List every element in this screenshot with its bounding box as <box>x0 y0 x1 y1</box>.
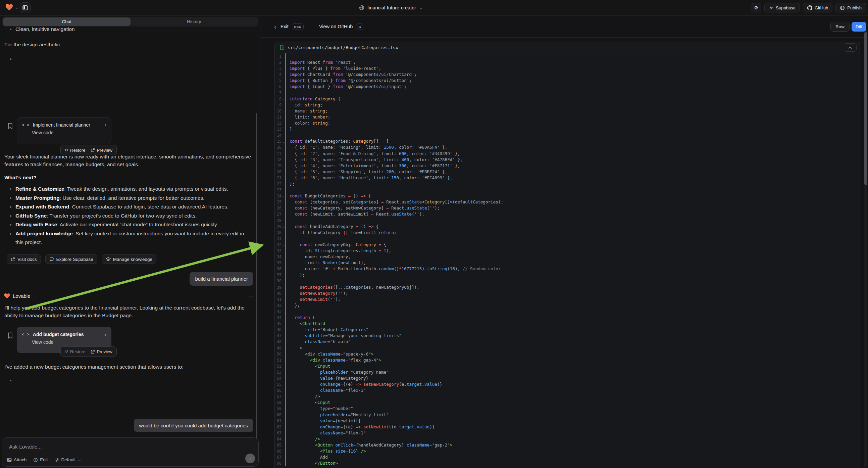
visit-docs-button[interactable]: Visit docs <box>7 255 41 264</box>
fold-chevron-icon[interactable] <box>281 393 285 400</box>
fold-chevron-icon[interactable] <box>281 144 285 150</box>
preview-button[interactable]: Preview <box>91 148 113 153</box>
fold-chevron-icon[interactable] <box>281 199 285 205</box>
fold-chevron-icon[interactable] <box>281 339 285 345</box>
composer-placeholder[interactable]: Ask Lovable... <box>9 444 41 450</box>
bookmark-icon[interactable] <box>7 122 13 129</box>
fold-chevron-icon[interactable] <box>281 138 285 144</box>
code-scrollbar-track[interactable] <box>864 31 867 467</box>
bookmark-icon[interactable] <box>7 332 13 339</box>
project-switcher[interactable]: financial-future-creator ⌄ <box>359 0 423 16</box>
view-code-link[interactable]: View code <box>17 127 111 135</box>
fold-chevron-icon[interactable] <box>281 90 285 96</box>
fold-chevron-icon[interactable] <box>281 387 285 393</box>
code-editor[interactable]: 1 2 import React from 'react'; 3 import … <box>275 53 860 468</box>
fold-chevron-icon[interactable] <box>281 254 285 260</box>
fold-chevron-icon[interactable] <box>281 163 285 169</box>
attach-button[interactable]: Attach <box>7 457 27 462</box>
fold-chevron-icon[interactable] <box>281 151 285 157</box>
fold-chevron-icon[interactable] <box>281 53 285 59</box>
fold-chevron-icon[interactable] <box>281 375 285 381</box>
manage-knowledge-button[interactable]: Manage knowledge <box>102 255 156 264</box>
lovable-logo[interactable]: ⌄ <box>5 4 19 11</box>
explore-supabase-button[interactable]: Explore Supabase <box>45 255 97 264</box>
fold-chevron-icon[interactable] <box>281 351 285 357</box>
prompt-composer[interactable]: Ask Lovable... Attach Edit <box>2 437 259 467</box>
fold-chevron-icon[interactable] <box>281 284 285 290</box>
fold-chevron-icon[interactable] <box>281 169 285 175</box>
mode-selector[interactable]: Default ⌄ <box>55 457 82 462</box>
fold-chevron-icon[interactable] <box>281 78 285 84</box>
fold-chevron-icon[interactable] <box>281 302 285 309</box>
fold-chevron-icon[interactable] <box>281 96 285 102</box>
send-button[interactable]: ↑ <box>245 454 255 463</box>
fold-chevron-icon[interactable] <box>281 260 285 266</box>
fold-chevron-icon[interactable] <box>281 418 285 424</box>
fold-chevron-icon[interactable] <box>281 321 285 327</box>
code-scrollbar-thumb[interactable] <box>864 32 867 185</box>
fold-chevron-icon[interactable] <box>281 187 285 193</box>
fold-chevron-icon[interactable] <box>281 205 285 211</box>
fold-chevron-icon[interactable] <box>281 71 285 78</box>
fold-chevron-icon[interactable] <box>281 406 285 412</box>
fold-chevron-icon[interactable] <box>281 278 285 284</box>
restore-button[interactable]: ↺ Restore <box>65 349 86 354</box>
fold-chevron-icon[interactable] <box>281 460 285 466</box>
github-button[interactable]: GitHub <box>803 3 832 12</box>
fold-chevron-icon[interactable] <box>281 248 285 254</box>
view-code-link[interactable]: View code <box>17 337 111 345</box>
fold-chevron-icon[interactable] <box>281 442 285 448</box>
version-card-implement-financial-planner[interactable]: < > Implement financial planner › View c… <box>17 117 112 144</box>
restore-button[interactable]: ↺ Restore <box>65 148 86 153</box>
fold-chevron-icon[interactable] <box>281 230 285 236</box>
message-menu-icon[interactable]: ··· <box>248 293 254 299</box>
exit-button[interactable]: Exit <box>280 24 288 29</box>
fold-chevron-icon[interactable] <box>281 424 285 430</box>
fold-chevron-icon[interactable] <box>281 296 285 302</box>
fold-chevron-icon[interactable] <box>281 224 285 230</box>
diff-toggle-button[interactable]: Diff <box>851 22 866 32</box>
fold-chevron-icon[interactable] <box>281 266 285 272</box>
chevron-down-icon[interactable]: ⌄ <box>15 5 19 9</box>
settings-button[interactable]: ⚙ <box>751 3 761 12</box>
toggle-sidebar-button[interactable] <box>20 2 31 13</box>
fold-chevron-icon[interactable] <box>281 357 285 363</box>
fold-chevron-icon[interactable] <box>281 333 285 339</box>
fold-chevron-icon[interactable] <box>281 290 285 296</box>
fold-chevron-icon[interactable] <box>281 114 285 120</box>
fold-chevron-icon[interactable] <box>281 400 285 406</box>
fold-chevron-icon[interactable] <box>281 363 285 369</box>
fold-chevron-icon[interactable] <box>281 412 285 418</box>
fold-chevron-icon[interactable] <box>281 381 285 387</box>
collapse-file-button[interactable] <box>844 43 857 52</box>
fold-chevron-icon[interactable] <box>281 345 285 351</box>
fold-chevron-icon[interactable] <box>281 84 285 90</box>
fold-chevron-icon[interactable] <box>281 242 285 248</box>
fold-chevron-icon[interactable] <box>281 327 285 333</box>
fold-chevron-icon[interactable] <box>281 126 285 132</box>
fold-chevron-icon[interactable] <box>281 448 285 454</box>
edit-mode-button[interactable]: Edit <box>33 457 48 462</box>
fold-chevron-icon[interactable] <box>281 369 285 375</box>
fold-chevron-icon[interactable] <box>281 175 285 181</box>
fold-chevron-icon[interactable] <box>281 454 285 460</box>
chat-scrollbar[interactable] <box>256 113 257 452</box>
fold-chevron-icon[interactable] <box>281 59 285 65</box>
fold-chevron-icon[interactable] <box>281 217 285 224</box>
fold-chevron-icon[interactable] <box>281 430 285 436</box>
file-header[interactable]: src/components/budget/BudgetCategories.t… <box>275 42 860 53</box>
fold-chevron-icon[interactable] <box>281 309 285 315</box>
fold-chevron-icon[interactable] <box>281 108 285 114</box>
supabase-button[interactable]: Supabase <box>764 3 800 12</box>
back-icon[interactable]: ‹ <box>274 23 276 31</box>
raw-toggle-button[interactable]: Raw <box>830 22 849 32</box>
fold-chevron-icon[interactable] <box>281 181 285 187</box>
fold-chevron-icon[interactable] <box>281 157 285 163</box>
fold-chevron-icon[interactable] <box>281 211 285 217</box>
fold-chevron-icon[interactable] <box>281 132 285 138</box>
fold-chevron-icon[interactable] <box>281 193 285 199</box>
preview-button[interactable]: Preview <box>91 349 113 354</box>
view-on-github-button[interactable]: View on GitHub <box>319 24 353 29</box>
fold-chevron-icon[interactable] <box>281 65 285 71</box>
fold-chevron-icon[interactable] <box>281 236 285 242</box>
